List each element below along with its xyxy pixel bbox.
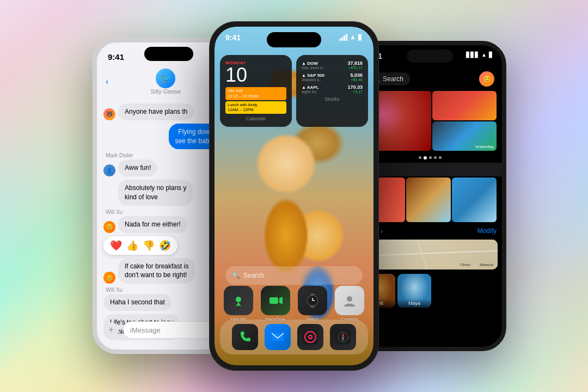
search-icon: 🔍 [232,272,240,279]
right-status-bar: 9:41 ▊▊▊ ▲ ▊ [358,45,502,69]
signal-bar-3 [344,35,345,41]
center-status-time: 9:41 [225,33,241,42]
svg-marker-2 [279,297,283,304]
svg-point-14 [309,336,311,338]
message-bubble: Absolutely no plans ykind of love [118,180,193,206]
svg-rect-1 [270,297,278,304]
stock-price-1: 37,816 [347,60,363,66]
back-button[interactable]: ‹ [106,77,108,87]
phone-app-icon[interactable] [232,324,258,350]
svg-point-0 [236,297,241,302]
stock-change-1: +670.17 [347,66,363,70]
search-label-right: Search [383,75,403,83]
map-roads [363,240,498,270]
photo-cell-2[interactable] [432,91,497,120]
photo-cell-5[interactable] [406,177,451,222]
stock-row: ▲ S&P 500 Standard a... 5,036 +80.48 [302,72,363,82]
left-status-time: 9:41 [108,52,124,62]
add-attachment-button[interactable]: + [103,322,119,338]
event-title: Site visit [228,88,243,93]
photo-cell-3[interactable]: Yesterday [432,121,497,151]
reaction-heart: ❤️ [110,240,122,252]
dot-2 [424,156,427,160]
dynamic-island-left [144,47,193,61]
stock-row: ▲ DOW Dow Jones In... 37,816 +670.17 [302,60,363,70]
widgets-area: MONDAY 10 Site visit 10:15 – 10:45AM Lun… [220,55,368,127]
maya-photo: Maya [397,274,431,308]
photo-label: Yesterday [475,144,494,149]
watch-icon [298,286,327,315]
photos-grid: Yesterday [358,90,502,153]
photos-grid-2 [358,176,502,223]
message-bubble: Nada for me either! [118,216,187,233]
person-maya[interactable]: Maya [397,274,431,308]
stock-price-2: 5,036 [350,72,363,78]
signal-bar-2 [341,37,343,41]
section-arrow: › [358,163,502,176]
photo-cell-6[interactable] [452,177,497,222]
calendar-event-1: Site visit 10:15 – 10:45AM [225,87,286,100]
home-screen: 9:41 ▲ ▊ MONDAY 10 [215,27,373,365]
signal-bars [339,34,347,41]
stock-symbol-1: ▲ DOW [302,61,326,66]
facetime-icon [261,286,290,315]
people-row: Amit Maya [358,272,502,310]
reaction-thumbsup: 👍 [126,240,138,252]
battery-icon-right: ▊ [489,52,493,58]
people-section-header: tions › Modify [358,223,502,237]
photo-row-2 [360,177,500,222]
battery-icon-center: ▊ [358,34,363,40]
app-row: Find My FaceTime [220,286,368,322]
group-name: Silly Geese [151,88,181,95]
dot-4 [434,156,437,159]
mail-app-icon[interactable] [265,324,291,350]
calendar-date: 10 [225,65,286,85]
pagination-dots [358,153,502,163]
stocks-widget[interactable]: ▲ DOW Dow Jones In... 37,816 +670.17 ▲ S… [296,55,368,127]
group-info: 🐦 Silly Geese [151,69,181,95]
wifi-icon-right: ▲ [481,52,487,58]
svg-point-9 [347,296,352,302]
app-watch[interactable]: Watch [298,286,327,322]
dynamic-island-center [267,32,321,47]
calendar-widget[interactable]: MONDAY 10 Site visit 10:15 – 10:45AM Lun… [220,55,292,127]
phone-center: 9:41 ▲ ▊ MONDAY 10 [210,22,378,370]
calendar-events: Site visit 10:15 – 10:45AM Lunch with An… [225,87,286,114]
message-bubble: If cake for breakfast isdon't want to be… [118,258,195,284]
maya-label: Maya [397,299,431,308]
photos-header: 🔍 Search 😊 [358,69,502,90]
dock [220,320,368,354]
event-time-2: 11AM – 12PM [228,107,254,112]
calendar-label: Calendar [225,116,286,121]
contacts-icon [335,286,364,315]
photo-column: Yesterday [432,91,497,151]
map-area: Meerut Ghaz [363,240,498,270]
reaction-laugh: 🤣 [159,240,171,252]
stock-change-3: +3.17 [347,90,363,94]
dynamic-island-right [407,50,454,63]
wifi-icon: ▲ [350,33,356,41]
app-find-my[interactable]: Find My [224,286,253,322]
stock-price-3: 170.33 [347,84,363,90]
music-app-icon[interactable] [297,324,323,350]
signal-bar-4 [346,34,347,41]
event-time: 10:15 – 10:45AM [228,94,259,99]
signal-bar-1 [339,39,341,41]
chevron-icon: › [381,226,383,235]
compass-app-icon[interactable] [330,324,356,350]
dot-1 [419,156,421,159]
input-placeholder: iMessage [130,326,161,334]
photos-screen: 9:41 ▊▊▊ ▲ ▊ 🔍 Search 😊 [358,45,502,347]
phones-container: 9:41 🔋 ‹ 🐦 Silly Geese ··· [0,0,588,392]
app-contacts[interactable]: Contacts [335,286,364,322]
search-bar[interactable]: 🔍 Search [225,266,363,285]
stock-symbol-2: ▲ S&P 500 [302,73,324,78]
stock-row: ▲ AAPL Apple Inc. 170.33 +3.17 [302,84,363,94]
group-avatar: 🐦 [156,69,175,88]
signal-icon: ▊▊▊ [466,52,479,58]
stock-desc-1: Dow Jones In... [302,66,326,70]
modify-button[interactable]: Modify [477,227,497,235]
user-avatar[interactable]: 😊 [479,71,494,87]
message-bubble: Aww fun! [118,160,157,176]
app-facetime[interactable]: FaceTime [261,286,290,322]
